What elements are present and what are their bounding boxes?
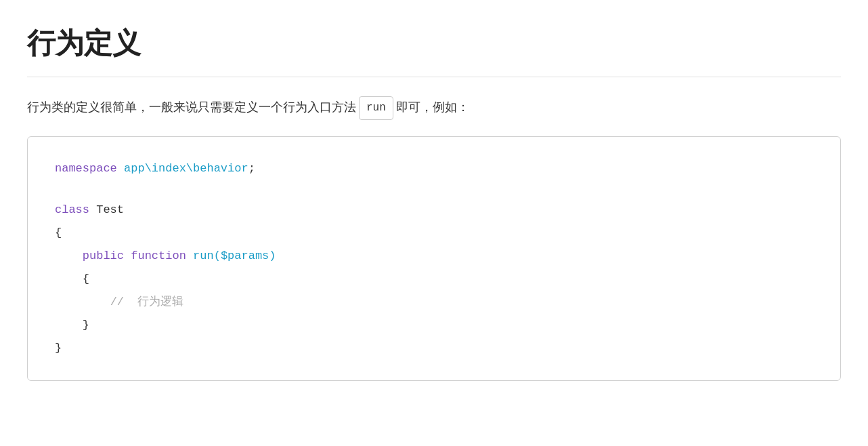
comment-behavior-logic: // 行为逻辑 — [110, 296, 184, 308]
keyword-namespace: namespace — [55, 162, 117, 175]
class-name: Test — [96, 203, 124, 216]
param-params: $params — [221, 249, 269, 262]
code-line-8: } — [55, 337, 813, 360]
method-run-close: ) — [269, 249, 276, 262]
code-block: namespace app\index\behavior; class Test… — [27, 136, 841, 381]
code-line-1: namespace app\index\behavior; — [55, 157, 813, 180]
code-line-3: { — [55, 222, 813, 245]
description-prefix: 行为类的定义很简单，一般来说只需要定义一个行为入口方法 — [27, 100, 356, 114]
keyword-public: public — [83, 249, 124, 262]
empty-line-1 — [55, 180, 813, 199]
page-title: 行为定义 — [27, 20, 841, 77]
method-run: run( — [193, 249, 221, 262]
code-line-2: class Test — [55, 199, 813, 222]
description-suffix: 即可，例如： — [396, 100, 469, 114]
code-line-6: // 行为逻辑 — [55, 291, 813, 314]
keyword-function: function — [131, 249, 186, 262]
code-line-5: { — [55, 268, 813, 291]
code-line-4: public function run($params) — [55, 245, 813, 268]
keyword-class: class — [55, 203, 89, 216]
code-namespace-value: app\index\behavior — [124, 162, 248, 175]
run-inline-code: run — [359, 96, 393, 120]
description-text: 行为类的定义很简单，一般来说只需要定义一个行为入口方法run即可，例如： — [27, 96, 841, 120]
code-line-7: } — [55, 314, 813, 337]
